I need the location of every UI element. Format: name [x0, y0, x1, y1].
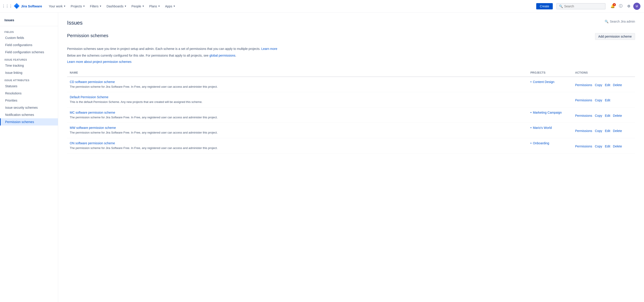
search-admin-link[interactable]: 🔍 Search Jira admin	[605, 20, 635, 23]
action-delete[interactable]: Delete	[613, 114, 622, 118]
chevron-icon: ▼	[124, 5, 126, 8]
table-header: Name Projects Actions	[67, 69, 635, 77]
sidebar-item-time-tracking[interactable]: Time tracking	[0, 62, 58, 69]
scheme-projects-cell: • Onboarding	[528, 138, 572, 154]
col-name: Name	[67, 69, 528, 77]
sidebar-item-priorities[interactable]: Priorities	[0, 97, 58, 104]
action-permissions[interactable]: Permissions	[575, 114, 592, 118]
bullet-icon: •	[530, 111, 532, 114]
action-permissions[interactable]: Permissions	[575, 129, 592, 133]
project-item: • Marketing Campaign	[530, 111, 570, 114]
action-copy[interactable]: Copy	[595, 114, 602, 118]
bullet-icon: •	[530, 126, 532, 130]
chevron-icon: ▼	[64, 5, 66, 8]
scheme-actions-cell: PermissionsCopyEditDelete	[572, 77, 635, 92]
topnav-link-plans[interactable]: Plans ▼	[147, 3, 162, 10]
action-edit[interactable]: Edit	[605, 144, 610, 148]
topnav-link-projects[interactable]: Projects ▼	[68, 3, 87, 10]
scheme-name-cell: Default Permission SchemeThis is the def…	[67, 92, 528, 108]
sidebar-issues-top[interactable]: Issues	[0, 16, 58, 24]
page-layout: Issues FIELDS Custom fields Field config…	[0, 0, 644, 302]
scheme-name-link[interactable]: Default Permission Scheme	[70, 95, 108, 99]
settings-button[interactable]: ⚙	[625, 3, 632, 10]
chevron-icon: ▼	[83, 5, 85, 8]
bullet-icon: •	[530, 80, 532, 84]
scheme-name-cell: ON software permission schemeThe permiss…	[67, 138, 528, 154]
action-permissions[interactable]: Permissions	[575, 144, 592, 148]
topnav-link-your-work[interactable]: Your work ▼	[46, 3, 68, 10]
action-copy[interactable]: Copy	[595, 144, 602, 148]
help-button[interactable]: ⓘ	[617, 3, 624, 10]
schemes-table: Name Projects Actions CD software permis…	[67, 69, 635, 154]
main-top-bar: Issues 🔍 Search Jira admin	[67, 20, 635, 31]
notifications-button[interactable]: 🔔 2	[609, 3, 616, 10]
scheme-name-cell: MC software permission schemeThe permiss…	[67, 108, 528, 123]
global-permissions-link[interactable]: global permissions	[210, 54, 236, 57]
top-navigation: ⋮⋮⋮ Jira Software Your work ▼Projects ▼F…	[0, 0, 644, 12]
project-item: • Onboarding	[530, 142, 570, 145]
project-link[interactable]: Onboarding	[533, 142, 549, 145]
search-input[interactable]	[564, 4, 600, 8]
avatar[interactable]: U	[633, 3, 640, 10]
action-edit[interactable]: Edit	[605, 114, 610, 118]
scheme-projects-cell: • Mario's World	[528, 123, 572, 138]
project-link[interactable]: Content Design	[533, 80, 554, 84]
page-title: Issues	[67, 20, 82, 26]
project-link[interactable]: Mario's World	[533, 126, 552, 130]
grid-icon[interactable]: ⋮⋮⋮	[4, 3, 11, 10]
scheme-name-link[interactable]: MW software permission scheme	[70, 126, 116, 130]
action-copy[interactable]: Copy	[595, 129, 602, 133]
action-copy[interactable]: Copy	[595, 98, 602, 102]
scheme-actions-cell: PermissionsCopyEdit	[572, 92, 635, 108]
sidebar-section-issue-features: ISSUE FEATURES	[0, 56, 58, 62]
action-edit[interactable]: Edit	[605, 83, 610, 87]
scheme-description: This is the default Permission Scheme. A…	[70, 100, 525, 104]
sidebar-item-custom-fields[interactable]: Custom fields	[0, 34, 58, 42]
table-row: CD software permission schemeThe permiss…	[67, 77, 635, 92]
table-row: Default Permission SchemeThis is the def…	[67, 92, 635, 108]
topnav-link-apps[interactable]: Apps ▼	[163, 3, 178, 10]
project-item: • Content Design	[530, 80, 570, 84]
action-copy[interactable]: Copy	[595, 83, 602, 87]
action-delete[interactable]: Delete	[613, 144, 622, 148]
sidebar-item-notification-schemes[interactable]: Notification schemes	[0, 111, 58, 118]
scheme-projects-cell: • Marketing Campaign	[528, 108, 572, 123]
action-permissions[interactable]: Permissions	[575, 98, 592, 102]
sidebar-item-permission-schemes[interactable]: Permission schemes	[0, 118, 58, 126]
sidebar-item-issue-linking[interactable]: Issue linking	[0, 69, 58, 76]
sidebar-item-resolutions[interactable]: Resolutions	[0, 90, 58, 97]
learn-project-permissions-link[interactable]: Learn more about project permission sche…	[67, 60, 132, 64]
action-delete[interactable]: Delete	[613, 129, 622, 133]
action-delete[interactable]: Delete	[613, 83, 622, 87]
action-permissions[interactable]: Permissions	[575, 83, 592, 87]
bullet-icon: •	[530, 142, 532, 145]
learn-more-link[interactable]: Learn more	[261, 47, 277, 50]
scheme-projects-cell	[528, 92, 572, 108]
sidebar-item-statuses[interactable]: Statuses	[0, 82, 58, 90]
project-link[interactable]: Marketing Campaign	[533, 111, 562, 114]
scheme-actions: PermissionsCopyEdit	[575, 95, 632, 102]
search-bar[interactable]: 🔍	[556, 3, 606, 10]
topnav-link-filters[interactable]: Filters ▼	[88, 3, 104, 10]
sidebar-item-field-config-schemes[interactable]: Field configuration schemes	[0, 48, 58, 56]
scheme-name-link[interactable]: ON software permission scheme	[70, 142, 115, 145]
logo[interactable]: Jira Software	[14, 3, 42, 10]
scheme-name-link[interactable]: CD software permission scheme	[70, 80, 115, 84]
topnav-link-dashboards[interactable]: Dashboards ▼	[104, 3, 128, 10]
table-row: MW software permission schemeThe permiss…	[67, 123, 635, 138]
action-edit[interactable]: Edit	[605, 129, 610, 133]
sidebar-item-issue-security-schemes[interactable]: Issue security schemes	[0, 104, 58, 111]
scheme-actions-cell: PermissionsCopyEditDelete	[572, 138, 635, 154]
scheme-name-cell: CD software permission schemeThe permiss…	[67, 77, 528, 92]
create-button[interactable]: Create	[536, 3, 553, 10]
add-permission-scheme-button[interactable]: Add permission scheme	[595, 33, 635, 40]
scheme-actions: PermissionsCopyEditDelete	[575, 111, 632, 118]
scheme-name-cell: MW software permission schemeThe permiss…	[67, 123, 528, 138]
action-edit[interactable]: Edit	[605, 98, 610, 102]
sidebar-section-issue-attributes: ISSUE ATTRIBUTES	[0, 76, 58, 82]
sidebar-item-field-configurations[interactable]: Field configurations	[0, 42, 58, 48]
scheme-name-link[interactable]: MC software permission scheme	[70, 111, 115, 114]
topnav-link-people[interactable]: People ▼	[129, 3, 147, 10]
logo-text: Jira Software	[21, 4, 42, 8]
table-body: CD software permission schemeThe permiss…	[67, 77, 635, 154]
